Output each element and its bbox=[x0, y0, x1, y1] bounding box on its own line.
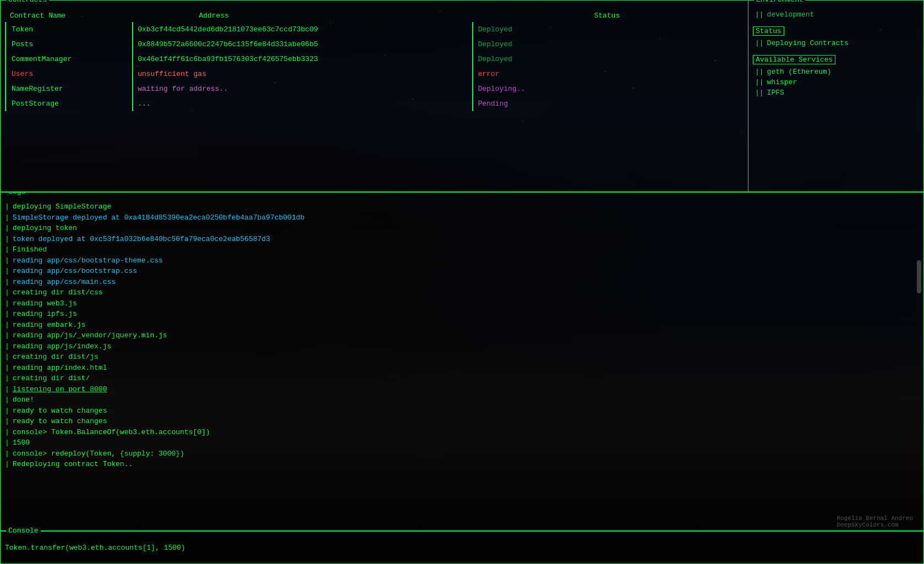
log-pipe: | bbox=[5, 352, 9, 363]
list-item: |reading embark.js bbox=[5, 320, 919, 331]
log-text: reading web3.js bbox=[13, 298, 77, 309]
table-row: CommentManager0x46e1f4ff61c6ba93fb157630… bbox=[6, 52, 743, 67]
env-pipe-2: || bbox=[755, 39, 764, 47]
log-pipe: | bbox=[5, 255, 9, 266]
log-pipe: | bbox=[5, 437, 9, 448]
log-pipe: | bbox=[5, 298, 9, 309]
log-text: reading app/js/_vendor/jquery.min.js bbox=[13, 330, 167, 341]
log-text: reading ipfs.js bbox=[13, 309, 77, 320]
watermark-name: Rogelio Bernal Andreo bbox=[836, 515, 913, 522]
environment-value-item: || development bbox=[753, 9, 919, 20]
log-pipe: | bbox=[5, 363, 9, 374]
logs-panel: Logs |deploying SimpleStorage|SimpleStor… bbox=[0, 193, 924, 531]
col-contract-name: Contract Name bbox=[6, 9, 133, 22]
log-pipe: | bbox=[5, 448, 9, 459]
list-item: |reading app/css/bootstrap-theme.css bbox=[5, 255, 919, 266]
logs-scrollbar[interactable] bbox=[917, 260, 921, 293]
contract-status-cell: error bbox=[473, 67, 743, 81]
environment-panel-title: Environment bbox=[754, 0, 806, 4]
log-text: reading app/index.html bbox=[13, 363, 107, 374]
service-item: ||whisper bbox=[753, 77, 919, 87]
list-item: |creating dir dist/ bbox=[5, 373, 919, 384]
list-item: |reading app/css/main.css bbox=[5, 277, 919, 288]
service-pipe: || bbox=[755, 89, 764, 97]
list-item: |ready to watch changes bbox=[5, 416, 919, 427]
contract-address-cell: unsufficient gas bbox=[133, 67, 473, 81]
col-address: Address bbox=[133, 9, 473, 22]
logs-panel-title: Logs bbox=[6, 193, 28, 196]
contract-status-cell: Deployed bbox=[473, 52, 743, 67]
log-text: reading app/css/bootstrap.css bbox=[13, 266, 137, 277]
watermark: Rogelio Bernal Andreo DeepSkyColors.com bbox=[836, 515, 913, 528]
log-text: console> Token.BalanceOf(web3.eth.accoun… bbox=[13, 427, 210, 438]
watermark-site: DeepSkyColors.com bbox=[836, 522, 913, 528]
console-panel: Console bbox=[0, 531, 924, 564]
contract-name-cell: PostStorage bbox=[6, 96, 133, 111]
log-text: done! bbox=[13, 395, 34, 406]
log-pipe: | bbox=[5, 341, 9, 352]
log-text: Redeploying contract Token.. bbox=[13, 459, 133, 470]
contracts-panel-title: Contracts bbox=[6, 0, 49, 4]
log-text: creating dir dist/ bbox=[13, 373, 90, 384]
log-text: reading app/css/main.css bbox=[13, 277, 116, 288]
log-text: 1500 bbox=[13, 437, 30, 448]
log-pipe: | bbox=[5, 395, 9, 406]
log-pipe: | bbox=[5, 427, 9, 438]
list-item: |reading app/js/_vendor/jquery.min.js bbox=[5, 330, 919, 341]
status-section: Status || Deploying Contracts bbox=[753, 26, 919, 48]
contract-status-cell: Deployed bbox=[473, 22, 743, 37]
log-pipe: | bbox=[5, 330, 9, 341]
log-text: ready to watch changes bbox=[13, 406, 107, 417]
log-text: ready to watch changes bbox=[13, 416, 107, 427]
list-item: |token deployed at 0xc53f1a032b6e840bc50… bbox=[5, 234, 919, 245]
status-section-title: Status bbox=[756, 27, 781, 35]
service-name: IPFS bbox=[767, 89, 784, 97]
contract-address-cell: 0xb3cf44cd5442ded6db2181073ee63c7ccd73bc… bbox=[133, 22, 473, 37]
service-item: ||geth (Ethereum) bbox=[753, 67, 919, 77]
contract-status-cell: Deploying.. bbox=[473, 81, 743, 96]
logs-content[interactable]: |deploying SimpleStorage|SimpleStorage d… bbox=[5, 201, 919, 524]
contract-status-cell: Deployed bbox=[473, 37, 743, 52]
log-text: deploying token bbox=[13, 223, 77, 234]
log-pipe: | bbox=[5, 212, 9, 223]
service-pipe: || bbox=[755, 78, 764, 86]
log-pipe: | bbox=[5, 287, 9, 298]
log-text: SimpleStorage deployed at 0xa4184d85390e… bbox=[13, 212, 305, 223]
list-item: |1500 bbox=[5, 437, 919, 448]
list-item: |reading ipfs.js bbox=[5, 309, 919, 320]
log-text: token deployed at 0xc53f1a032b6e840bc50f… bbox=[13, 234, 270, 245]
contract-name-cell: NameRegister bbox=[6, 81, 133, 96]
log-text: creating dir dist/js bbox=[13, 352, 99, 363]
console-input[interactable] bbox=[5, 544, 919, 552]
services-section: Available Services ||geth (Ethereum)||wh… bbox=[753, 55, 919, 98]
environment-value: development bbox=[767, 10, 814, 19]
contracts-table: Contract Name Address Status Token0xb3cf… bbox=[5, 9, 743, 111]
list-item: |listening on port 8000 bbox=[5, 384, 919, 395]
table-row: Posts0x8849b572a6600c2247b6c135f6e84d331… bbox=[6, 37, 743, 52]
services-section-title: Available Services bbox=[756, 56, 833, 64]
contract-name-cell: Posts bbox=[6, 37, 133, 52]
log-pipe: | bbox=[5, 416, 9, 427]
list-item: |console> redeploy(Token, {supply: 3000}… bbox=[5, 448, 919, 459]
log-pipe: | bbox=[5, 384, 9, 395]
log-pipe: | bbox=[5, 201, 9, 212]
environment-panel: Environment || development Status || Dep… bbox=[748, 0, 924, 192]
list-item: |console> Token.BalanceOf(web3.eth.accou… bbox=[5, 427, 919, 438]
log-text: deploying SimpleStorage bbox=[13, 201, 111, 212]
list-item: |done! bbox=[5, 395, 919, 406]
col-status: Status bbox=[473, 9, 743, 22]
log-text: Finished bbox=[13, 244, 47, 255]
log-pipe: | bbox=[5, 244, 9, 255]
contract-address-cell: waiting for address.. bbox=[133, 81, 473, 96]
contract-name-cell: Token bbox=[6, 22, 133, 37]
log-pipe: | bbox=[5, 266, 9, 277]
list-item: |reading app/css/bootstrap.css bbox=[5, 266, 919, 277]
contract-address-cell: 0x46e1f4ff61c6ba93fb1576303cf426575ebb33… bbox=[133, 52, 473, 67]
list-item: |ready to watch changes bbox=[5, 406, 919, 417]
list-item: |creating dir dist/js bbox=[5, 352, 919, 363]
list-item: |reading app/index.html bbox=[5, 363, 919, 374]
list-item: |SimpleStorage deployed at 0xa4184d85390… bbox=[5, 212, 919, 223]
list-item: |deploying token bbox=[5, 223, 919, 234]
list-item: |deploying SimpleStorage bbox=[5, 201, 919, 212]
env-pipe-1: || bbox=[755, 10, 764, 19]
